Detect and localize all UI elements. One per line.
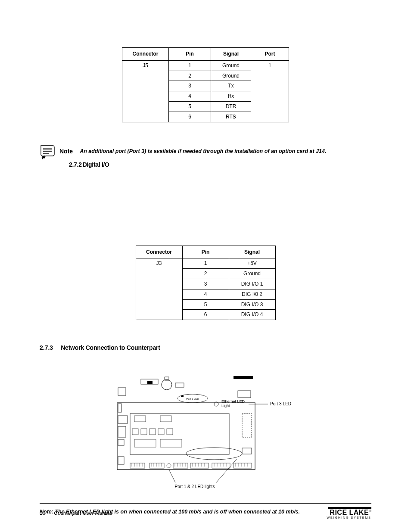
svg-rect-22 — [158, 429, 164, 435]
svg-rect-4 — [117, 403, 255, 470]
logo-main-text: RICE LAKE — [330, 509, 369, 516]
svg-rect-16 — [130, 414, 229, 454]
note-callout: Note An additional port (Port 3) is avai… — [40, 143, 371, 159]
th-signal: Signal — [211, 48, 251, 61]
cell-signal: DIG I/O 3 — [229, 299, 275, 310]
svg-rect-24 — [134, 439, 156, 447]
svg-rect-33 — [130, 463, 145, 468]
label-port3-led-internal: Port 3 LED — [186, 398, 199, 400]
label-ethernet-led: Ethernet LEDLight — [221, 399, 245, 408]
cell-connector: J5 — [122, 60, 169, 122]
th-port: Port — [251, 48, 289, 61]
section-heading-273: 2.7.3 Network Connection to Counterpart — [40, 344, 371, 351]
cell-pin: 4 — [182, 289, 229, 299]
svg-rect-30 — [242, 414, 252, 437]
svg-point-7 — [162, 380, 172, 390]
note-text: An additional port (Port 3) is available… — [80, 148, 326, 154]
cell-pin: 1 — [182, 258, 229, 269]
svg-rect-18 — [160, 416, 171, 422]
cell-signal: DIG I/O 1 — [229, 279, 275, 289]
svg-rect-36 — [173, 463, 188, 468]
board-diagram: Port 3 LED Ethernet LEDLight — [109, 373, 302, 493]
svg-rect-29 — [238, 391, 251, 398]
table-row: J3 1 +5V — [136, 258, 275, 269]
cell-signal: Tx — [211, 81, 251, 91]
svg-rect-39 — [234, 463, 252, 468]
page-footer: 10 Counterpart User Manual RICE LAKE® WE… — [40, 503, 371, 519]
svg-rect-12 — [118, 416, 128, 423]
svg-rect-15 — [118, 457, 124, 464]
svg-rect-13 — [118, 426, 126, 437]
svg-rect-20 — [141, 429, 147, 435]
cell-pin: 6 — [169, 112, 211, 122]
svg-rect-31 — [242, 448, 252, 454]
logo-sub-text: WEIGHING SYSTEMS — [327, 516, 371, 519]
note-label: Note — [59, 148, 73, 155]
svg-rect-11 — [118, 404, 121, 412]
svg-rect-6 — [147, 381, 153, 384]
cell-signal: DTR — [211, 101, 251, 112]
section-heading-272: 2.7.2Digital I/O — [69, 161, 371, 168]
cell-signal: Ground — [211, 71, 251, 81]
svg-rect-10 — [118, 388, 126, 395]
cell-signal: DIG I/O 4 — [229, 310, 275, 320]
svg-point-35 — [167, 464, 171, 468]
digital-io-table: Connector Pin Signal J3 1 +5V 2 Ground 3… — [136, 246, 276, 320]
rice-lake-logo: RICE LAKE® WEIGHING SYSTEMS — [327, 507, 371, 519]
th-pin: Pin — [169, 48, 211, 61]
manual-title: Counterpart User Manual — [54, 510, 112, 516]
note-icon — [40, 143, 57, 159]
svg-rect-25 — [160, 439, 182, 447]
cell-pin: 2 — [169, 71, 211, 81]
cell-port: 1 — [251, 60, 289, 122]
cell-pin: 4 — [169, 91, 211, 102]
label-port3-led-external: Port 3 LED — [270, 401, 291, 406]
section-title: Network Connection to Counterpart — [61, 344, 160, 351]
svg-line-71 — [169, 470, 175, 482]
th-connector: Connector — [136, 246, 182, 258]
svg-rect-34 — [149, 463, 164, 468]
svg-point-32 — [186, 448, 242, 460]
section-number: 2.7.2 — [69, 161, 82, 168]
cell-connector: J3 — [136, 258, 182, 320]
cell-pin: 3 — [182, 279, 229, 289]
svg-rect-9 — [234, 376, 253, 379]
cell-signal: RTS — [211, 112, 251, 122]
section-number: 2.7.3 — [40, 344, 53, 351]
cell-signal: +5V — [229, 258, 275, 269]
cell-signal: DIG I/0 2 — [229, 289, 275, 299]
svg-rect-37 — [190, 463, 209, 468]
cell-pin: 5 — [169, 101, 211, 112]
svg-rect-17 — [134, 416, 146, 422]
cell-pin: 5 — [182, 299, 229, 310]
cell-signal: Ground — [229, 269, 275, 279]
svg-line-72 — [216, 459, 237, 482]
cell-signal: Ground — [211, 60, 251, 71]
section-title: Digital I/O — [83, 161, 109, 168]
svg-rect-8 — [175, 383, 184, 387]
cell-pin: 3 — [169, 81, 211, 91]
th-pin: Pin — [182, 246, 229, 258]
table-row: J5 1 Ground 1 — [122, 60, 289, 71]
svg-rect-38 — [212, 463, 230, 468]
cell-pin: 6 — [182, 310, 229, 320]
svg-rect-14 — [118, 439, 124, 445]
page-number: 10 — [40, 510, 45, 516]
label-port12-leds: Port 1 & 2 LED lights — [175, 484, 215, 489]
svg-rect-21 — [149, 429, 156, 435]
serial-port-table: Connector Pin Signal Port J5 1 Ground 1 … — [122, 47, 289, 122]
svg-rect-19 — [132, 429, 138, 435]
cell-pin: 1 — [169, 60, 211, 71]
svg-rect-27 — [181, 395, 184, 397]
cell-signal: Rx — [211, 91, 251, 102]
th-connector: Connector — [122, 48, 169, 61]
cell-pin: 2 — [182, 269, 229, 279]
th-signal: Signal — [229, 246, 275, 258]
svg-rect-23 — [167, 429, 173, 435]
